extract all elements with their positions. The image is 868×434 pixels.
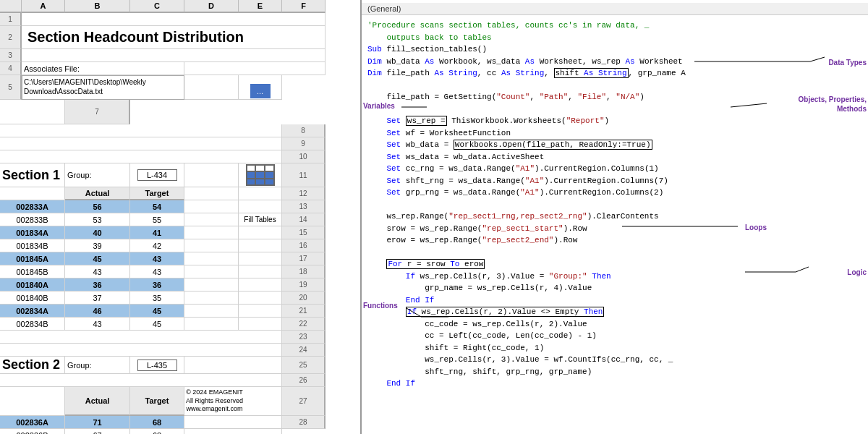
empty-r13e [184,213,239,226]
row-11: 11 [282,163,326,187]
s2r2-id: 002836B [0,429,65,434]
code-panel: (General) 'Procedure scans section table… [362,0,868,434]
row-19: 19 [282,278,326,292]
browse-button[interactable]: ... [250,84,271,98]
code-line-24: End If [367,294,862,307]
col-header-e: E [239,0,282,13]
row-10: 10 [282,150,326,163]
code-line-23: grp_name = ws_rep.Cells(r, 4).Value [367,282,862,294]
code-line-26: cc_code = ws_rep.Cells(r, 2).Value [367,318,862,331]
code-line-5: Dim file_path As String, cc As String, s… [367,67,862,80]
code-line-10: Set wf = WorksheetFunction [367,127,862,140]
row-15: 15 [282,226,326,239]
code-line-27: cc = Left(cc_code, Len(cc_code) - 1) [367,330,862,342]
s1r7-actual: 36 [65,278,130,292]
code-line-7: file_path = GetSetting("Count", "Path", … [367,91,862,103]
row-13: 13 [282,200,326,213]
empty-r7 [0,124,282,137]
s1r8-target: 35 [130,292,184,305]
empty-r22 [0,331,282,344]
code-line-14: Set shft_rng = ws_data.Range("A1").Curre… [367,175,862,187]
col-header-b: B [65,0,130,13]
fill-tables-icon [246,164,275,186]
empty-r15f [239,239,282,252]
annotation-variables: Variables [363,101,395,111]
empty-r11e [184,187,239,200]
s1r7-id: 001840A [0,278,65,292]
empty-r12f [239,200,282,213]
code-line-21: For r = srow To erow [367,258,862,271]
code-line-18: srow = ws_rep.Range("rep_sect1_start").R… [367,223,862,235]
code-line-2: outputs back to tables [367,32,862,44]
code-line-22: If ws_rep.Cells(r, 3).Value = "Group:" T… [367,271,862,283]
s1r6-target: 43 [130,265,184,278]
empty-r21e [184,318,239,331]
code-line-16 [367,199,862,211]
s1r6-id: 001845B [0,265,65,278]
s1r8-id: 001840B [0,292,65,305]
code-line-13: Set cc_rng = ws_data.Range("A1").Current… [367,163,862,175]
row-24: 24 [282,344,326,357]
empty-r26b [0,387,65,416]
col-header-a: A [22,0,65,13]
s1r4-id: 001834B [0,239,65,252]
s2r1-id: 002836A [0,416,65,429]
col-header-d: D [184,0,239,13]
empty-r5f [0,100,65,124]
col-actual-header: Actual [65,187,130,200]
empty-r23 [0,344,282,357]
row-3: 3 [0,49,22,62]
code-line-3: Sub fill_section_tables() [367,43,862,56]
copyright-text: © 2024 EMAGENIT All Rights Reserved www.… [186,388,243,414]
code-header: (General) [362,3,868,15]
file-path-cell[interactable]: C:\Users\EMAGENIT\Desktop\Weekly Downloa… [22,75,184,100]
row-18: 18 [282,265,326,278]
empty-r8 [0,137,282,150]
s1r2-id: 002833B [0,213,65,226]
row-4: 4 [0,62,22,75]
empty-r14f [239,226,282,239]
empty-r3 [22,49,326,62]
code-line-15: Set grp_rng = ws_data.Range("A1").Curren… [367,187,862,199]
sheet-title: Section Headcount Distribution [22,26,326,49]
code-line-25: If ws_rep.Cells(r, 2).Value <> Empty The… [367,306,862,318]
annotation-logic: Logic [847,267,867,278]
browse-btn-cell: ... [239,75,282,100]
s1r7-target: 36 [130,278,184,292]
section2-group-input[interactable] [130,357,184,374]
row-22: 22 [282,318,326,331]
s1r10-id: 002834B [0,318,65,331]
row-21: 21 [282,305,326,318]
row-9: 9 [282,137,326,150]
code-line-8 [367,103,862,116]
empty-r11b [0,187,65,200]
row-26: 26 [282,374,326,387]
s1r6-actual: 43 [65,265,130,278]
s2r1-target: 68 [130,416,184,429]
col-header-f: F [282,0,326,13]
row-23: 23 [282,331,326,344]
code-line-20 [367,247,862,259]
code-line-17: ws_rep.Range("rep_sect1_rng,rep_sect2_rn… [367,210,862,223]
section1-group-input[interactable] [130,163,184,187]
code-line-4: Dim wb_data As Workbook, ws_data As Work… [367,56,862,68]
code-line-29: ws_rep.Cells(r, 3).Value = wf.CountIfs(c… [367,354,862,366]
s2r1-actual: 71 [65,416,130,429]
s1r4-target: 42 [130,239,184,252]
code-line-12: Set ws_data = wb_data.ActiveSheet [367,151,862,163]
s1r3-actual: 40 [65,226,130,239]
empty-r18e [184,278,239,292]
s1r8-actual: 37 [65,292,130,305]
row-7: 7 [65,100,130,124]
row-25: 25 [282,357,326,374]
row-16: 16 [282,239,326,252]
row-28: 28 [282,416,326,429]
s1r9-actual: 46 [65,305,130,318]
row-12: 12 [282,187,326,200]
associates-label: Associates File: [22,62,184,75]
annotation-loops: Loops [745,222,767,233]
s1r9-id: 002834A [0,305,65,318]
file-path-text: C:\Users\EMAGENIT\Desktop\Weekly Downloa… [24,77,146,96]
code-line-28: shift = Right(cc_code, 1) [367,342,862,354]
empty-r9 [0,150,282,163]
